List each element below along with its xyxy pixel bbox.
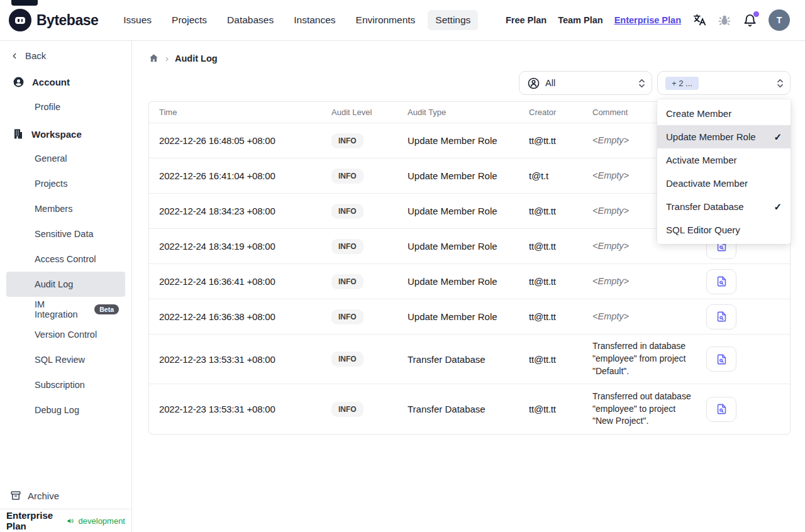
item-label: Members xyxy=(35,204,72,214)
item-label: Version Control xyxy=(35,330,97,340)
account-icon xyxy=(13,76,25,88)
breadcrumb: › Audit Log xyxy=(132,41,805,71)
creator-filter-select[interactable]: All xyxy=(519,71,652,95)
plan-status-bar: Enterprise Plan development xyxy=(0,509,131,532)
audit-level-badge: INFO xyxy=(331,133,364,148)
chevron-updown-icon xyxy=(777,79,784,88)
notification-bell-icon[interactable] xyxy=(743,13,757,28)
cell-time: 2022-12-24 16:36:38 +08:00 xyxy=(149,311,321,322)
view-payload-button[interactable] xyxy=(706,304,736,330)
free-plan-link[interactable]: Free Plan xyxy=(506,15,547,25)
settings-sidebar: Back Account Profile Workspace General P… xyxy=(0,41,132,532)
back-label: Back xyxy=(25,50,46,61)
audit-level-badge: INFO xyxy=(331,352,364,367)
user-avatar[interactable]: T xyxy=(769,9,790,31)
enterprise-plan-link[interactable]: Enterprise Plan xyxy=(614,15,681,25)
back-button[interactable]: Back xyxy=(0,41,131,67)
item-label: Subscription xyxy=(35,380,85,390)
section-label: Account xyxy=(32,77,70,87)
view-payload-button[interactable] xyxy=(706,269,736,294)
sidebar-section-workspace: Workspace xyxy=(0,122,131,146)
nav-issues[interactable]: Issues xyxy=(116,10,159,30)
menu-item-label: Transfer Database xyxy=(666,201,744,212)
file-search-icon xyxy=(716,403,728,415)
sidebar-item-sensitive-data[interactable]: Sensitive Data xyxy=(6,221,125,247)
menu-item-label: Update Member Role xyxy=(666,131,756,142)
menu-item-label: SQL Editor Query xyxy=(666,224,740,235)
cell-time: 2022-12-24 18:34:19 +08:00 xyxy=(149,241,321,252)
nav-instances[interactable]: Instances xyxy=(286,10,343,30)
menu-item-sql-editor-query[interactable]: SQL Editor Query xyxy=(657,218,791,241)
translate-icon[interactable] xyxy=(692,13,706,27)
menu-item-create-member[interactable]: Create Member xyxy=(657,102,791,125)
sidebar-item-im-integration[interactable]: IM Integration Beta xyxy=(6,297,125,322)
nav-environments[interactable]: Environments xyxy=(348,10,423,30)
workspace-icon xyxy=(13,128,24,140)
item-label: Profile xyxy=(35,102,60,112)
check-icon: ✓ xyxy=(774,131,782,143)
cell-creator: tt@tt.tt xyxy=(519,311,582,322)
view-payload-button[interactable] xyxy=(706,346,736,372)
team-plan-link[interactable]: Team Plan xyxy=(558,15,602,25)
cell-comment: Transferred out database "employee" to p… xyxy=(582,391,696,428)
menu-item-deactivate-member[interactable]: Deactivate Member xyxy=(657,172,791,195)
item-label: General xyxy=(35,153,67,163)
sidebar-item-members[interactable]: Members xyxy=(6,196,125,221)
bug-report-icon[interactable] xyxy=(718,13,731,27)
breadcrumb-chevron-icon: › xyxy=(165,53,169,64)
audit-type-filter-select[interactable]: + 2 ... xyxy=(657,71,791,95)
menu-item-update-member-role[interactable]: Update Member Role ✓ xyxy=(657,125,791,148)
col-header-creator: Creator xyxy=(519,108,582,117)
item-label: Access Control xyxy=(35,254,96,264)
cell-creator: tt@tt.tt xyxy=(519,276,582,287)
cell-audit-type: Update Member Role xyxy=(397,241,519,252)
audit-level-badge: INFO xyxy=(331,274,364,289)
sidebar-item-subscription[interactable]: Subscription xyxy=(6,372,125,397)
top-nav: Bytebase Issues Projects Databases Insta… xyxy=(0,0,805,41)
bytebase-logo-icon xyxy=(9,9,31,31)
chevron-left-icon xyxy=(10,52,19,60)
browser-tab-remnant xyxy=(11,0,38,6)
menu-item-transfer-database[interactable]: Transfer Database ✓ xyxy=(657,195,791,218)
menu-item-activate-member[interactable]: Activate Member xyxy=(657,148,791,172)
environment-label: development xyxy=(79,516,125,526)
archive-button[interactable]: Archive xyxy=(0,482,131,509)
menu-item-label: Deactivate Member xyxy=(666,178,748,189)
main-content: › Audit Log All + 2 ... xyxy=(132,41,805,532)
nav-settings[interactable]: Settings xyxy=(428,10,478,30)
nav-projects[interactable]: Projects xyxy=(164,10,214,30)
speaker-icon[interactable] xyxy=(67,516,74,526)
item-label: Audit Log xyxy=(35,279,73,289)
home-icon[interactable] xyxy=(148,53,159,64)
audit-type-filter-value: + 2 ... xyxy=(665,77,699,90)
file-search-icon xyxy=(716,275,728,287)
audit-type-menu: Create Member Update Member Role ✓ Activ… xyxy=(657,99,791,244)
sidebar-item-sql-review[interactable]: SQL Review xyxy=(6,347,125,372)
menu-item-label: Activate Member xyxy=(666,155,737,165)
sidebar-item-access-control[interactable]: Access Control xyxy=(6,247,125,272)
audit-level-badge: INFO xyxy=(331,402,364,417)
cell-comment: <Empty> xyxy=(582,275,696,288)
beta-badge: Beta xyxy=(94,304,119,314)
sidebar-item-debug-log[interactable]: Debug Log xyxy=(6,397,125,423)
sidebar-item-profile[interactable]: Profile xyxy=(6,94,125,119)
cell-creator: tt@tt.tt xyxy=(519,354,582,365)
sidebar-item-projects[interactable]: Projects xyxy=(6,171,125,196)
bytebase-logo[interactable]: Bytebase xyxy=(9,9,98,31)
item-label: Sensitive Data xyxy=(35,229,94,239)
sidebar-item-version-control[interactable]: Version Control xyxy=(6,322,125,347)
audit-level-badge: INFO xyxy=(331,309,364,324)
cell-time: 2022-12-26 16:41:04 +08:00 xyxy=(149,170,321,181)
cell-audit-type: Update Member Role xyxy=(397,276,519,287)
cell-creator: tt@tt.tt xyxy=(519,135,582,146)
sidebar-item-audit-log[interactable]: Audit Log xyxy=(6,272,125,297)
view-payload-button[interactable] xyxy=(706,397,736,422)
cell-audit-type: Update Member Role xyxy=(397,170,519,181)
col-header-time: Time xyxy=(149,108,321,117)
nav-databases[interactable]: Databases xyxy=(219,10,281,30)
item-label: Projects xyxy=(35,179,67,189)
cell-audit-type: Transfer Database xyxy=(397,404,519,414)
archive-label: Archive xyxy=(28,490,59,501)
audit-level-badge: INFO xyxy=(331,204,364,219)
sidebar-item-general[interactable]: General xyxy=(6,146,125,171)
